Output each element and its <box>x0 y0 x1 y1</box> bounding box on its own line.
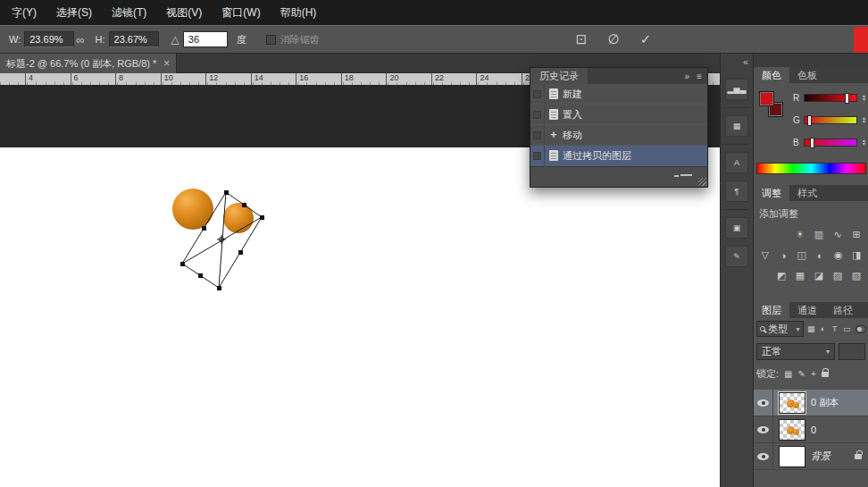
levels-icon[interactable]: ▥ <box>811 228 827 241</box>
panel-resize-grip[interactable] <box>698 178 706 186</box>
history-brush-well[interactable] <box>530 125 545 145</box>
paragraph-panel-icon[interactable]: ¶ <box>725 181 748 202</box>
color-spectrum-ramp[interactable] <box>756 163 866 174</box>
selective-color-icon[interactable]: ▧ <box>848 269 864 282</box>
channel-mixer-icon[interactable]: ◨ <box>849 248 865 262</box>
foreground-color-swatch[interactable] <box>759 91 774 106</box>
tab-paths[interactable]: 路径 <box>825 302 861 318</box>
commit-transform-icon[interactable]: ✓ <box>636 31 655 47</box>
ruler-mark: 20 <box>386 73 431 85</box>
lock-row: 锁定: ▦ ✎ + <box>756 367 829 381</box>
green-slider-thumb[interactable] <box>807 115 812 126</box>
history-item-layer-via-copy[interactable]: 通过拷贝的图层 <box>530 146 707 166</box>
maintain-aspect-icon[interactable]: ∞ <box>76 33 84 46</box>
menu-help[interactable]: 帮助(H) <box>271 0 327 25</box>
blue-value-spinner[interactable]: ▴ ▾ <box>859 139 868 146</box>
opacity-field[interactable] <box>839 343 865 360</box>
exposure-icon[interactable]: ⊞ <box>848 228 864 241</box>
visibility-toggle[interactable] <box>754 443 773 469</box>
layer-thumbnail[interactable] <box>779 419 805 441</box>
blend-mode-dropdown[interactable]: 正常 ▾ <box>756 343 835 360</box>
history-panel-tab[interactable]: 历史记录 <box>530 68 588 84</box>
brush-presets-panel-icon[interactable]: ✎ <box>725 246 748 267</box>
green-slider[interactable] <box>804 116 857 124</box>
width-label[interactable]: W: <box>9 34 21 45</box>
width-input[interactable] <box>24 31 74 47</box>
posterize-icon[interactable]: ▦ <box>792 269 808 282</box>
tab-swatches[interactable]: 色板 <box>789 67 825 83</box>
history-brush-well[interactable] <box>530 84 545 104</box>
tab-styles[interactable]: 样式 <box>789 185 825 201</box>
document-tab[interactable]: 标题-2 @ 66.7% (0 副本, RGB/8) * × <box>0 54 177 73</box>
blue-slider[interactable] <box>804 139 857 147</box>
tab-layers[interactable]: 图层 <box>754 302 789 318</box>
menu-type[interactable]: 字(Y) <box>2 0 46 25</box>
filter-shape-icon[interactable]: ▭ <box>843 324 851 333</box>
layer-thumbnail[interactable] <box>779 392 805 414</box>
clone-source-panel-icon[interactable]: ▣ <box>725 217 748 239</box>
layer-row-0[interactable]: 0 <box>754 416 868 443</box>
hue-saturation-icon[interactable]: ◑ <box>776 248 792 262</box>
history-brush-well[interactable] <box>530 146 545 165</box>
vibrance-icon[interactable]: ▽ <box>757 248 773 262</box>
history-item-place[interactable]: 置入 <box>530 105 707 125</box>
blue-slider-thumb[interactable] <box>810 138 814 148</box>
height-input[interactable] <box>109 31 159 47</box>
layer-row-0-copy[interactable]: 0 副本 <box>754 390 868 416</box>
red-value-spinner[interactable]: ▴ ▾ <box>859 94 868 101</box>
lock-transparency-icon[interactable]: ▦ <box>784 369 792 379</box>
spin-down-icon[interactable]: ▾ <box>859 120 868 123</box>
layer-filter-type-dropdown[interactable]: 类型 ▾ <box>756 321 804 337</box>
red-slider[interactable] <box>804 94 857 102</box>
rotation-input[interactable] <box>183 31 228 47</box>
height-label[interactable]: H: <box>96 34 105 45</box>
tab-color[interactable]: 颜色 <box>754 67 789 83</box>
lock-position-icon[interactable]: + <box>811 369 816 379</box>
document-canvas[interactable] <box>0 147 720 487</box>
expand-dock-icon[interactable]: « <box>743 56 748 67</box>
menu-view[interactable]: 视图(V) <box>156 0 212 25</box>
tab-adjustments[interactable]: 调整 <box>754 185 789 201</box>
color-panel: R ▴ ▾ G ▴ ▾ B ▴ <box>754 83 868 185</box>
layer-filter-row: 类型 ▾ ▦ ◐ T ▭ <box>756 321 866 337</box>
history-item-move[interactable]: + 移动 <box>530 125 707 146</box>
warp-mode-toggle-icon[interactable]: ⊡ <box>572 31 591 47</box>
photo-filter-icon[interactable]: ◉ <box>830 248 847 262</box>
curves-icon[interactable]: ∿ <box>830 228 846 241</box>
filter-toggle-switch[interactable] <box>855 325 866 333</box>
menu-filter[interactable]: 滤镜(T) <box>102 0 156 25</box>
filter-type-icon[interactable]: T <box>830 324 839 333</box>
visibility-toggle[interactable] <box>754 416 773 442</box>
visibility-toggle[interactable] <box>754 390 773 416</box>
character-panel-icon[interactable]: A <box>725 152 748 173</box>
close-tab-icon[interactable]: × <box>163 54 170 73</box>
collapse-panel-icon[interactable]: » <box>685 71 690 81</box>
menu-window[interactable]: 窗口(W) <box>212 0 270 25</box>
tab-channels[interactable]: 通道 <box>789 302 825 318</box>
cancel-transform-icon[interactable]: ∅ <box>604 31 623 47</box>
free-transform-bounding-box[interactable] <box>170 183 272 295</box>
spin-down-icon[interactable]: ▾ <box>859 142 868 146</box>
filter-adjustment-icon[interactable]: ◐ <box>819 324 827 333</box>
green-value-spinner[interactable]: ▴ ▾ <box>859 116 868 123</box>
gradient-map-icon[interactable]: ▨ <box>830 269 846 282</box>
antialias-checkbox[interactable] <box>266 35 276 45</box>
panel-menu-icon[interactable]: ≡ <box>697 71 702 81</box>
spin-down-icon[interactable]: ▾ <box>859 97 868 101</box>
layer-row-background[interactable]: 背景 <box>754 443 868 470</box>
history-brush-well[interactable] <box>530 105 545 124</box>
menu-select[interactable]: 选择(S) <box>46 0 102 25</box>
history-item-new[interactable]: 新建 <box>530 84 707 105</box>
layer-thumbnail[interactable] <box>779 446 805 467</box>
red-slider-thumb[interactable] <box>845 93 849 104</box>
threshold-icon[interactable]: ◪ <box>811 269 827 282</box>
histogram-panel-icon[interactable]: ▂▅▃ <box>725 79 748 100</box>
info-panel-icon[interactable]: ▦ <box>725 115 748 137</box>
invert-icon[interactable]: ◩ <box>773 269 789 282</box>
lock-all-icon[interactable] <box>822 372 829 377</box>
brightness-contrast-icon[interactable]: ☀ <box>792 228 808 241</box>
color-balance-icon[interactable]: ◫ <box>794 248 810 262</box>
filter-pixel-icon[interactable]: ▦ <box>807 324 815 333</box>
lock-pixels-icon[interactable]: ✎ <box>798 369 805 379</box>
black-white-icon[interactable]: ◐ <box>813 248 829 262</box>
